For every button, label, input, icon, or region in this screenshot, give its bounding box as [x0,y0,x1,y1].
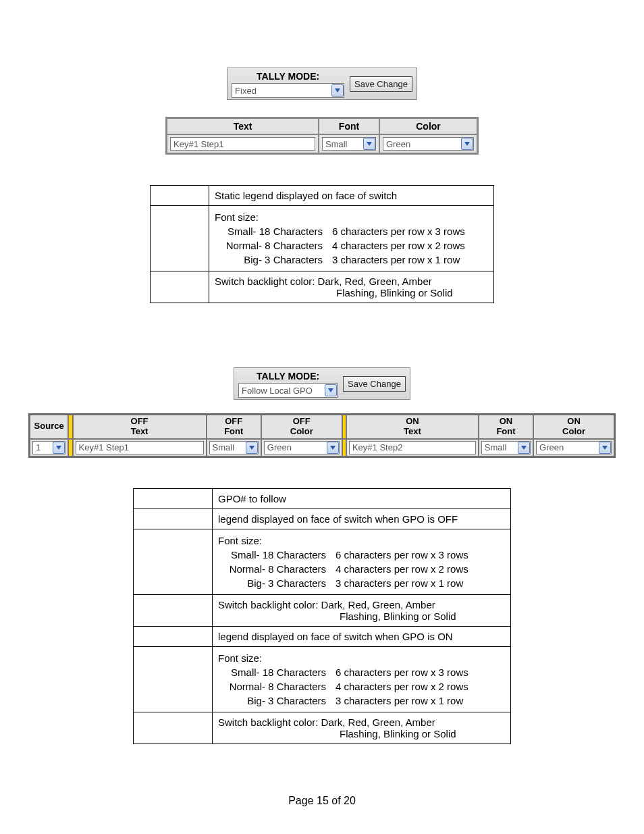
text-input[interactable]: Key#1 Step1 [170,137,315,151]
backlight-row: Switch backlight color: Dark, Red, Green… [209,271,494,303]
gpo-table: Source OFF Text OFF Font OFF Color ON Te… [28,413,616,458]
source-select[interactable]: 1 [32,441,65,454]
tally-mode-panel-fixed: TALLY MODE: Fixed Save Change [227,68,417,100]
off-color-select[interactable]: Green [264,441,340,454]
color-select[interactable]: Green [383,137,474,151]
save-change-button[interactable]: Save Change [350,76,412,92]
col-off-font: OFF Font [207,415,261,439]
gpo-mode-desc-table: GPO# to follow legend displayed on face … [133,488,511,744]
chevron-down-icon [363,138,375,150]
chevron-down-icon [461,138,473,150]
font-size-block: Font size: Small- 18 Characters6 charact… [218,651,505,708]
desc-row: Static legend displayed on face of switc… [209,186,494,206]
on-color-select[interactable]: Green [536,441,612,454]
backlight-row: Switch backlight color: Dark, Red, Green… [213,712,511,744]
col-font: Font [319,118,379,134]
col-source: Source [30,415,68,439]
desc-row: legend displayed on face of switch when … [213,626,511,646]
on-text-input[interactable]: Key#1 Step2 [349,441,476,454]
chevron-down-icon [53,442,65,454]
fixed-mode-desc-table: Static legend displayed on face of switc… [150,185,494,303]
col-on-font: ON Font [479,415,533,439]
col-on-text: ON Text [346,415,479,439]
chevron-down-icon [327,442,339,454]
chevron-down-icon [599,442,611,454]
col-color: Color [379,118,477,134]
chevron-down-icon [325,384,337,396]
desc-row: GPO# to follow [213,488,511,509]
on-font-select[interactable]: Small [481,441,531,454]
save-change-button[interactable]: Save Change [343,376,406,392]
tally-mode-select[interactable]: Follow Local GPO [238,383,338,398]
off-text-input[interactable]: Key#1 Step1 [76,441,204,454]
text-font-color-table: Text Font Color Key#1 Step1 Small Green [165,117,479,155]
tally-mode-label: TALLY MODE: [238,369,338,382]
col-on-color: ON Color [533,415,614,439]
font-select[interactable]: Small [322,137,376,151]
font-size-block: Font size: Small- 18 Characters6 charact… [215,210,488,267]
col-off-text: OFF Text [73,415,207,439]
tally-mode-panel-gpo: TALLY MODE: Follow Local GPO Save Change [234,367,410,400]
page-footer: Page 15 of 20 [0,795,644,807]
col-text: Text [167,118,319,134]
tally-mode-select[interactable]: Fixed [232,83,344,98]
chevron-down-icon [331,84,344,97]
font-size-block: Font size: Small- 18 Characters6 charact… [218,533,505,590]
off-font-select[interactable]: Small [209,441,259,454]
chevron-down-icon [246,442,258,454]
col-off-color: OFF Color [261,415,342,439]
tally-mode-label: TALLY MODE: [232,70,344,82]
desc-row: legend displayed on face of switch when … [213,509,511,529]
backlight-row: Switch backlight color: Dark, Red, Green… [213,594,511,626]
chevron-down-icon [518,442,530,454]
